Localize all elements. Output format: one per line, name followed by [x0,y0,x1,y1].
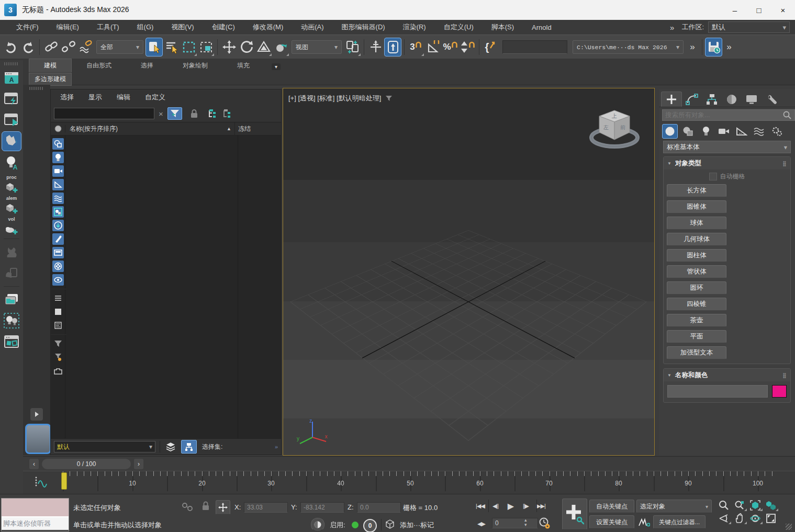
button-tube[interactable]: 管状体 [667,265,726,278]
tab-modify[interactable] [682,92,702,107]
ribbon-tab-modeling[interactable]: 建模 [29,59,72,72]
rollout-grip-icon[interactable]: ⣿ [782,161,787,166]
search-icon[interactable] [782,110,792,120]
filter-shapes-icon[interactable] [52,138,64,150]
orbit-icon[interactable] [747,512,763,525]
window-lightning-icon[interactable] [2,89,21,108]
column-name-header[interactable]: 名称(按升序排序) [65,124,118,133]
use-pivot-center-button[interactable] [344,38,361,56]
select-and-link-button[interactable] [42,38,60,56]
category-shapes[interactable] [681,124,696,138]
button-text-plus[interactable]: 加强型文本 [667,346,726,359]
list-view-icon[interactable] [52,292,64,304]
button-box[interactable]: 长方体 [667,184,726,197]
object-type-rollout-header[interactable]: ▼ 对象类型 ⣿ [664,157,790,169]
select-by-name-button[interactable] [163,38,180,56]
zoom-extents-all-icon[interactable] [763,499,779,512]
filter-bones-icon[interactable] [52,233,64,245]
frame-display[interactable]: 0 / 100 [42,459,131,469]
add-time-tag[interactable]: 添加···标记 [400,520,434,530]
ribbon-tab-freeform[interactable]: 自由形式 [72,59,126,72]
go-to-end-button[interactable]: ▶▶| [533,500,548,512]
close-button[interactable]: × [771,0,795,20]
button-teapot[interactable]: 茶壶 [667,314,726,327]
button-cylinder[interactable]: 圆柱体 [667,249,726,262]
vol-create-icon[interactable]: vol [2,216,21,235]
folders-icon[interactable] [2,290,21,309]
resize-grip[interactable] [786,524,792,530]
expand-tree-icon[interactable] [205,109,220,118]
filter-funnel-config-icon[interactable] [52,352,64,363]
menu-overflow-icon[interactable]: » [670,23,674,32]
collapse-tree-icon[interactable] [220,109,234,118]
window-shapes-icon[interactable] [2,332,21,351]
field-of-view-icon[interactable] [716,512,732,525]
go-to-start-button[interactable]: |◀◀ [473,500,488,512]
search-all-objects-input[interactable] [662,109,795,121]
perspective-viewport[interactable]: [+] [透视] [标准] [默认明暗处理] 上 左 前 z x [283,88,655,456]
explorer-menu-edit[interactable]: 编辑 [117,93,130,102]
basket-icon[interactable] [52,365,64,377]
frame-step-buttons[interactable]: ◀▶ [474,517,489,530]
window-a-icon[interactable]: A [2,69,21,87]
category-lights[interactable] [699,124,713,138]
unlink-selection-button[interactable] [60,38,77,56]
ribbon-collapse-button[interactable]: ▾ [272,63,281,70]
filter-containers-icon[interactable] [52,220,64,231]
filter-lights-icon[interactable] [52,152,64,163]
zoom-extents-icon[interactable] [747,499,763,512]
button-geosphere[interactable]: 几何球体 [667,233,726,246]
category-cameras[interactable] [716,124,731,138]
previous-frame-button[interactable]: ‹ [29,459,39,469]
snaps-toggle-button[interactable]: 3 [407,38,424,56]
toolbar-overflow-2-button[interactable]: » [722,38,736,56]
select-and-move-button[interactable] [220,38,238,56]
minimize-button[interactable]: – [723,0,747,20]
explorer-menu-customize[interactable]: 自定义 [145,93,165,102]
search-filter-button[interactable] [167,107,182,120]
menu-item-rendering[interactable]: 渲染(R) [394,20,435,35]
category-geometry[interactable] [662,124,678,139]
blank-view-icon[interactable] [52,306,64,318]
filter-visibility-icon[interactable] [52,274,64,286]
next-frame-button[interactable]: › [134,459,143,469]
category-spacewarps[interactable] [752,124,767,138]
tab-motion[interactable] [722,92,742,107]
hand-box-icon[interactable] [2,264,21,282]
degradation-counter[interactable]: 0 [363,519,377,532]
viewport-layout-tab-active[interactable] [25,424,51,454]
view-cube[interactable]: 上 左 前 [584,103,645,157]
menu-item-create[interactable]: 创建(C) [203,20,244,35]
tab-utilities[interactable] [762,92,781,107]
select-and-scale-button[interactable] [255,38,272,56]
rabbit-icon[interactable] [2,243,21,262]
viewport-filter-icon[interactable] [385,95,393,101]
tab-create[interactable] [661,92,682,107]
detail-view-icon[interactable] [52,320,64,331]
object-color-swatch[interactable] [772,385,787,398]
named-selection-field[interactable] [502,40,567,54]
key-filter-selection-dropdown[interactable]: 选定对象▾ [636,500,712,513]
toolbar-grip[interactable] [4,62,19,65]
ribbon-panel-polygon-modeling[interactable]: 多边形建模 [29,73,72,86]
hierarchy-view-icon[interactable] [181,440,197,454]
menu-item-scripting[interactable]: 脚本(S) [483,20,523,35]
filter-groups-icon[interactable] [52,206,64,218]
set-key-button[interactable]: 设置关键点 [589,515,634,529]
name-color-rollout-header[interactable]: ▼ 名称和颜色 ⣿ [664,369,790,381]
percent-snap-button[interactable]: % [442,38,459,56]
proc-create-icon[interactable]: proc [2,174,21,193]
select-and-rotate-button[interactable] [238,38,255,56]
maxscript-mini-listener[interactable]: 脚本迷你侦听器 [1,498,69,531]
progressive-display-icon[interactable] [311,518,324,531]
column-display-icon[interactable] [51,125,65,132]
set-keys-button[interactable] [562,499,587,530]
wolf-render-icon[interactable] [2,131,21,151]
select-and-manipulate-button[interactable] [367,38,384,56]
menu-item-views[interactable]: 视图(V) [162,20,203,35]
clear-search-icon[interactable]: × [159,109,163,118]
maximize-viewport-toggle-icon[interactable] [763,512,779,525]
menu-item-animation[interactable]: 动画(A) [292,20,332,35]
explorer-menu-display[interactable]: 显示 [88,93,102,102]
menu-item-customize[interactable]: 自定义(U) [435,20,483,35]
